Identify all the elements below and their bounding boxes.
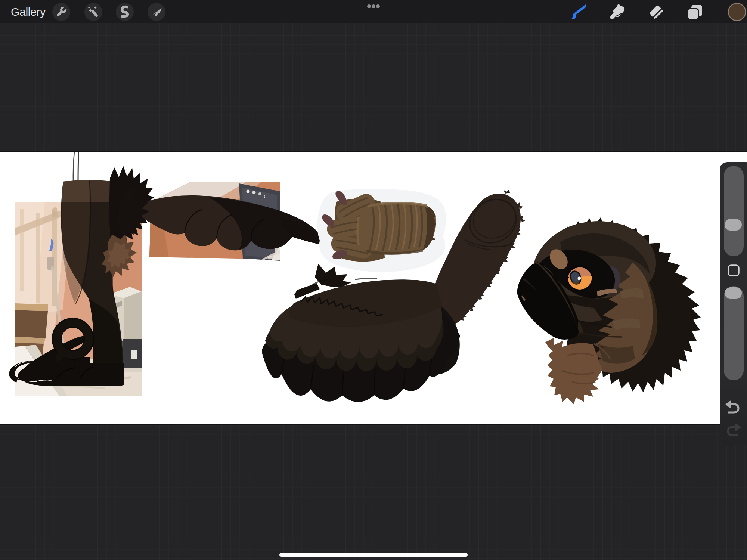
svg-text:Gallery: Gallery: [11, 6, 46, 18]
